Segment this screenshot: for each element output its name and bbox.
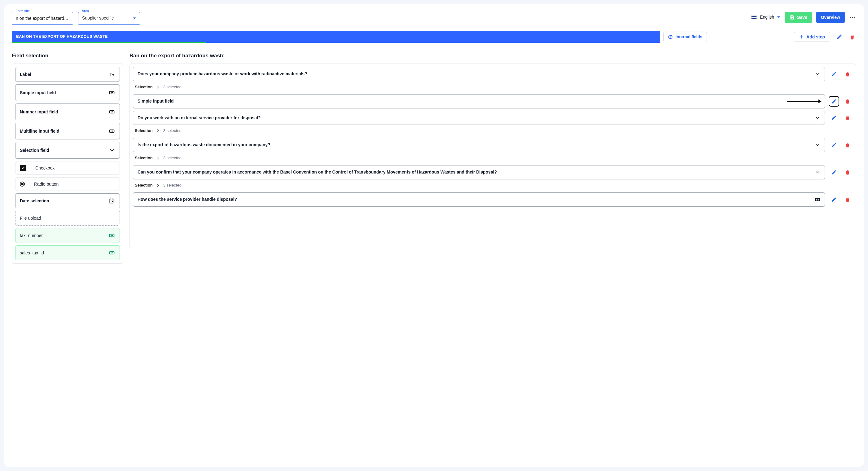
row-meta-kind: Selection bbox=[135, 84, 153, 90]
palette-tax-number[interactable]: tax_number bbox=[15, 228, 120, 243]
palette-multiline-input-text: Multiline input field bbox=[20, 128, 60, 135]
row-meta-count: 3 selected bbox=[163, 182, 182, 188]
trash-icon bbox=[849, 34, 855, 40]
question-text: Do you work with an external service pro… bbox=[137, 115, 811, 121]
row-meta-count: 3 selected bbox=[163, 84, 182, 90]
palette-simple-input[interactable]: Simple input field bbox=[15, 84, 120, 101]
palette-number-input[interactable]: Number input field bbox=[15, 104, 120, 120]
chevron-down-icon bbox=[815, 115, 820, 121]
delete-row-button[interactable] bbox=[843, 70, 851, 78]
form-title-field: Form title bbox=[12, 12, 73, 25]
question-text: Is the export of hazardous waste documen… bbox=[137, 142, 811, 148]
question-text: Can you confirm that your company operat… bbox=[137, 169, 811, 175]
more-menu-button[interactable] bbox=[849, 13, 856, 21]
radio-icon bbox=[20, 182, 25, 186]
edit-row-button[interactable] bbox=[830, 70, 838, 78]
text-format-icon bbox=[108, 71, 115, 78]
palette-sales-tax-id[interactable]: sales_tax_id bbox=[15, 245, 120, 260]
overview-button[interactable]: Overview bbox=[816, 12, 845, 23]
row-actions bbox=[830, 67, 853, 81]
palette-radio-text: Radio button bbox=[34, 181, 59, 187]
row-actions bbox=[830, 193, 853, 207]
row-actions bbox=[830, 111, 853, 125]
palette-file-upload[interactable]: File upload bbox=[15, 211, 120, 226]
add-step-button[interactable]: Add step bbox=[794, 32, 830, 42]
form-row: How does the service provider handle dis… bbox=[133, 193, 853, 207]
question-text: Simple input field bbox=[137, 98, 811, 105]
edit-row-button[interactable] bbox=[830, 141, 838, 149]
chevron-down-icon bbox=[815, 170, 820, 175]
question-text: Does your company produce hazardous wast… bbox=[137, 71, 811, 77]
palette-label-text: Label bbox=[20, 71, 31, 78]
language-label: English bbox=[760, 14, 774, 21]
input-icon bbox=[108, 249, 115, 256]
area-select[interactable]: Supplier specific bbox=[78, 12, 140, 25]
step-tab-active[interactable]: BAN ON THE EXPORT OF HAZARDOUS WASTE bbox=[12, 31, 660, 43]
edit-row-button[interactable] bbox=[830, 114, 838, 122]
input-icon bbox=[108, 89, 115, 96]
form-row: Can you confirm that your company operat… bbox=[133, 165, 853, 179]
palette-date-selection[interactable]: Date selection bbox=[15, 194, 120, 208]
chevron-down-icon bbox=[815, 142, 820, 148]
form-row: Simple input field bbox=[133, 94, 853, 109]
internal-fields-button[interactable]: Internal fields bbox=[663, 32, 707, 42]
palette-multiline-input[interactable]: Multiline input field bbox=[15, 123, 120, 140]
chevron-down-icon bbox=[815, 71, 820, 77]
palette-selection-field[interactable]: Selection field bbox=[15, 142, 120, 159]
pencil-icon bbox=[836, 34, 842, 40]
step-bar: BAN ON THE EXPORT OF HAZARDOUS WASTE Int… bbox=[12, 31, 856, 43]
palette-radio[interactable]: Radio button bbox=[15, 177, 120, 191]
edit-row-button[interactable] bbox=[830, 97, 838, 105]
delete-row-button[interactable] bbox=[843, 196, 851, 204]
row-actions bbox=[830, 165, 853, 179]
form-row: Do you work with an external service pro… bbox=[133, 111, 853, 125]
delete-step-button[interactable] bbox=[848, 33, 856, 41]
row-meta-kind: Selection bbox=[135, 182, 153, 188]
delete-row-button[interactable] bbox=[843, 168, 851, 176]
save-button-label: Save bbox=[797, 15, 807, 20]
edit-row-button[interactable] bbox=[830, 168, 838, 176]
calendar-icon bbox=[108, 197, 115, 204]
palette-tax-number-text: tax_number bbox=[20, 233, 43, 239]
edit-step-button[interactable] bbox=[835, 33, 843, 41]
row-meta: Selection3 selected bbox=[133, 155, 853, 163]
palette-checkbox[interactable]: Checkbox bbox=[15, 161, 120, 175]
form-row: Does your company produce hazardous wast… bbox=[133, 67, 853, 81]
edit-row-button[interactable] bbox=[830, 196, 838, 204]
question-box[interactable]: Can you confirm that your company operat… bbox=[133, 165, 825, 179]
form-title-input[interactable] bbox=[12, 12, 73, 25]
area-field: Area Supplier specific bbox=[78, 12, 140, 25]
delete-row-button[interactable] bbox=[843, 97, 851, 105]
top-bar: Form title Area Supplier specific Englis… bbox=[12, 12, 856, 25]
palette-selection-suboptions: Checkbox Radio button bbox=[15, 161, 120, 191]
annotation-arrow bbox=[787, 101, 821, 101]
question-box[interactable]: Is the export of hazardous waste documen… bbox=[133, 138, 825, 152]
question-box[interactable]: Simple input field bbox=[133, 94, 825, 109]
palette-sales-tax-id-text: sales_tax_id bbox=[20, 250, 44, 256]
overview-button-label: Overview bbox=[821, 15, 840, 20]
question-box[interactable]: Does your company produce hazardous wast… bbox=[133, 67, 825, 81]
palette-date-selection-text: Date selection bbox=[20, 198, 49, 204]
save-button[interactable]: Save bbox=[785, 12, 812, 23]
chevron-down-icon bbox=[777, 17, 780, 18]
question-box[interactable]: How does the service provider handle dis… bbox=[133, 193, 825, 207]
plus-icon bbox=[799, 34, 804, 39]
question-box[interactable]: Do you work with an external service pro… bbox=[133, 111, 825, 125]
palette-simple-input-text: Simple input field bbox=[20, 90, 56, 96]
input-icon bbox=[108, 128, 115, 135]
palette-selection-field-text: Selection field bbox=[20, 147, 49, 154]
field-palette: Label Simple input field Number input fi… bbox=[12, 63, 123, 264]
input-icon bbox=[108, 109, 115, 115]
delete-row-button[interactable] bbox=[843, 141, 851, 149]
form-section-title: Ban on the export of hazardous waste bbox=[129, 52, 856, 59]
chevron-right-icon bbox=[156, 183, 160, 187]
step-tab-label: BAN ON THE EXPORT OF HAZARDOUS WASTE bbox=[16, 34, 108, 39]
checkbox-icon bbox=[20, 165, 26, 171]
form-row: Is the export of hazardous waste documen… bbox=[133, 138, 853, 152]
floppy-icon bbox=[789, 15, 795, 20]
input-icon bbox=[108, 232, 115, 239]
palette-label[interactable]: Label bbox=[15, 67, 120, 82]
delete-row-button[interactable] bbox=[843, 114, 851, 122]
language-selector[interactable]: English bbox=[751, 12, 781, 23]
palette-number-input-text: Number input field bbox=[20, 109, 58, 115]
